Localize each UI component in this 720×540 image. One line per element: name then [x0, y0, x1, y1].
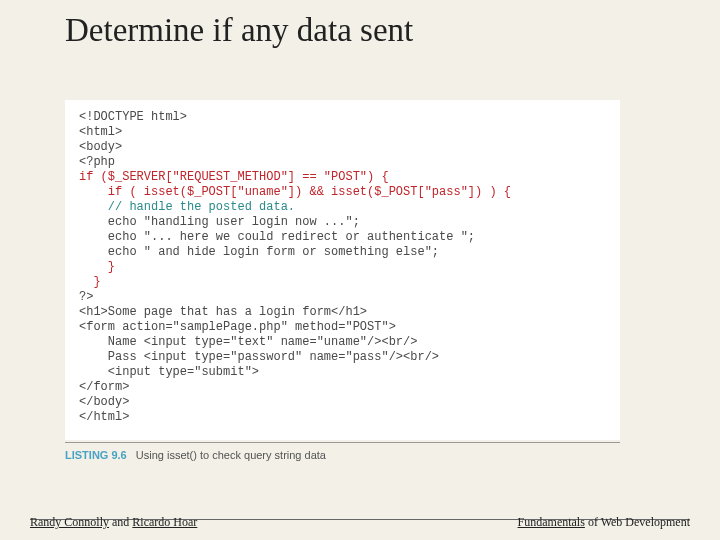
code-line: echo " and hide login form or something …: [79, 245, 606, 260]
code-line: <h1>Some page that has a login form</h1>: [79, 305, 606, 320]
code-listing: <!DOCTYPE html> <html> <body> <?php if (…: [65, 100, 620, 440]
code-line: }: [79, 275, 606, 290]
author-2: Ricardo Hoar: [132, 515, 197, 529]
code-line: ?>: [79, 290, 606, 305]
code-line: Pass <input type="password" name="pass"/…: [79, 350, 606, 365]
code-line: if ( isset($_POST["uname"]) && isset($_P…: [79, 185, 606, 200]
code-line: if ($_SERVER["REQUEST_METHOD"] == "POST"…: [79, 170, 606, 185]
code-line: </body>: [79, 395, 606, 410]
author-1: Randy Connolly: [30, 515, 109, 529]
author-joiner: and: [109, 515, 132, 529]
code-line: echo "... here we could redirect or auth…: [79, 230, 606, 245]
code-line: <?php: [79, 155, 606, 170]
listing-caption-row: LISTING 9.6 Using isset() to check query…: [65, 442, 620, 461]
page-title: Determine if any data sent: [65, 12, 413, 49]
code-line: <body>: [79, 140, 606, 155]
code-line: <input type="submit">: [79, 365, 606, 380]
code-line: echo "handling user login now ...";: [79, 215, 606, 230]
footer-authors: Randy Connolly and Ricardo Hoar: [30, 515, 197, 530]
listing-label: LISTING 9.6: [65, 449, 127, 461]
code-line: <form action="samplePage.php" method="PO…: [79, 320, 606, 335]
code-line: <html>: [79, 125, 606, 140]
code-line: </form>: [79, 380, 606, 395]
footer-book-title: Fundamentals of Web Development: [518, 515, 690, 530]
code-line: <!DOCTYPE html>: [79, 110, 606, 125]
book-rest: of Web Development: [585, 515, 690, 529]
code-line: Name <input type="text" name="uname"/><b…: [79, 335, 606, 350]
book-word-1: Fundamentals: [518, 515, 585, 529]
code-line: // handle the posted data.: [79, 200, 606, 215]
code-line: </html>: [79, 410, 606, 425]
code-line: }: [79, 260, 606, 275]
listing-caption: Using isset() to check query string data: [136, 449, 326, 461]
